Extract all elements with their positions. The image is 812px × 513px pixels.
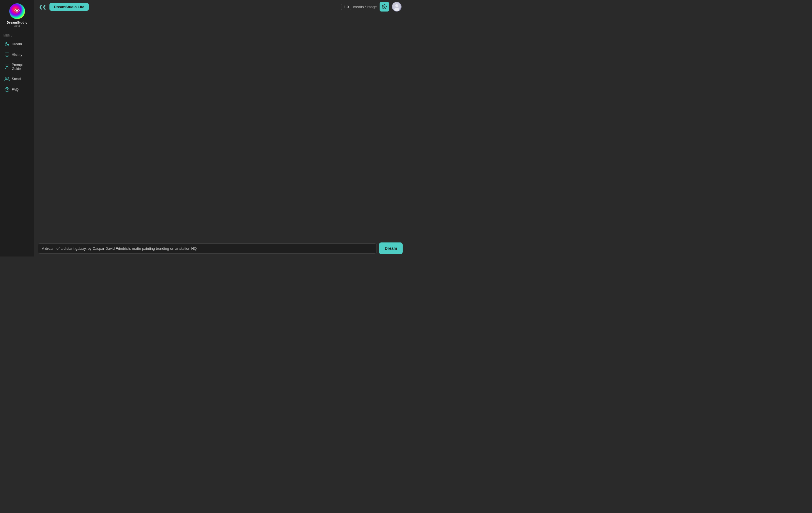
sidebar-item-social[interactable]: Social [1,74,33,84]
app-logo[interactable]: 👁 [9,3,25,19]
svg-rect-0 [5,53,9,56]
settings-icon [382,4,387,9]
svg-point-3 [6,77,7,79]
active-tab-button[interactable]: DreamStudio Lite [50,3,89,11]
sidebar-item-social-label: Social [12,77,21,81]
menu-section-label: MENU [0,32,16,39]
dream-icon [4,41,9,47]
sidebar-item-prompt-guide[interactable]: Prompt Guide [1,60,33,73]
logo-area: 👁 DreamStudio beta [0,0,34,32]
chevron-left-icon: ❮❮ [39,4,46,9]
topbar-right: 1.0 credits / image [341,2,402,11]
sidebar-item-prompt-guide-label: Prompt Guide [12,63,30,71]
prompt-input[interactable] [42,247,373,251]
sidebar-item-dream[interactable]: Dream [1,39,33,49]
settings-button[interactable] [380,2,389,11]
credits-display: 1.0 credits / image [341,4,377,10]
avatar[interactable] [392,2,402,11]
logo-eye-icon: 👁 [14,7,20,15]
bottom-bar: Dream [34,240,406,256]
svg-point-6 [384,6,385,7]
topbar-left: ❮❮ DreamStudio Lite [39,3,89,11]
main-content-area: ❮❮ DreamStudio Lite 1.0 credits / image [34,0,406,256]
sidebar-item-history-label: History [12,53,22,57]
topbar: ❮❮ DreamStudio Lite 1.0 credits / image [34,0,406,13]
history-icon [4,52,9,57]
prompt-guide-icon [4,64,9,69]
svg-point-4 [5,88,9,92]
sidebar-item-dream-label: Dream [12,42,22,46]
credits-value: 1.0 [341,4,351,10]
sidebar-item-faq[interactable]: FAQ [1,85,33,95]
prompt-input-wrapper[interactable] [38,243,377,254]
faq-icon [4,87,9,92]
social-icon [4,77,9,82]
app-beta-label: beta [14,24,20,27]
avatar-image [393,3,401,11]
dream-button[interactable]: Dream [379,243,403,254]
sidebar-nav: Dream History Prompt Guide [0,39,34,95]
credits-label: credits / image [353,5,377,9]
app-name: DreamStudio [7,21,28,24]
svg-point-8 [395,4,398,7]
canvas-area [34,13,406,240]
collapse-sidebar-button[interactable]: ❮❮ [39,4,46,9]
sidebar: 👁 DreamStudio beta MENU Dream History [0,0,34,256]
sidebar-item-faq-label: FAQ [12,88,19,92]
sidebar-item-history[interactable]: History [1,50,33,60]
